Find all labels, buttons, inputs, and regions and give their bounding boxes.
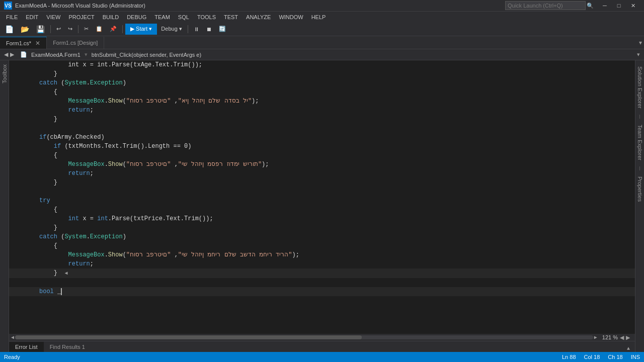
menu-edit[interactable]: EDIT	[22, 13, 42, 21]
properties-label[interactable]: Properties	[637, 172, 643, 206]
code-line	[9, 124, 635, 133]
stop-button[interactable]: ⏹	[203, 24, 215, 35]
nav-icon: 📄	[20, 51, 27, 58]
restore-button[interactable]: □	[612, 0, 626, 11]
toolbar-separator-1	[50, 25, 51, 33]
right-sidebar: Solution Explorer Team Explorer Properti…	[635, 60, 644, 352]
team-explorer-label[interactable]: Team Explorer	[637, 121, 643, 164]
menu-window[interactable]: WINDOW	[275, 13, 307, 21]
menu-file[interactable]: FILE	[2, 13, 22, 21]
menu-tools[interactable]: TOOLS	[193, 13, 220, 21]
menu-team[interactable]: TEAM	[150, 13, 174, 21]
code-line	[9, 278, 635, 287]
code-line-active[interactable]: bool _	[9, 287, 635, 296]
code-line	[9, 323, 635, 332]
pause-button[interactable]: ⏸	[191, 24, 202, 35]
zoom-increase[interactable]: ▶	[626, 334, 630, 341]
debug-dropdown[interactable]: Debug ▾	[158, 24, 185, 35]
tab-form1-design[interactable]: Form1.cs [Design]	[47, 37, 104, 49]
toolbar: 📄 📂 💾 ↩ ↪ ✂ 📋 📌 ▶ Start ▾ Debug ▾ ⏸ ⏹ 🔄	[0, 22, 644, 36]
code-line: }	[9, 223, 635, 232]
tab-list-button[interactable]: ▾	[637, 37, 644, 49]
undo-button[interactable]: ↩	[53, 24, 64, 35]
status-bar: Ready Ln 88 Col 18 Ch 18 INS	[0, 352, 644, 362]
scroll-right-button[interactable]: ▶	[593, 334, 598, 340]
search-input[interactable]	[505, 1, 586, 10]
bottom-tab-bar: Error List Find Results 1 ▲	[9, 341, 635, 352]
code-line: MessageBox.Show("תוריש ימדוז רפסמ ןיזהל …	[9, 160, 635, 169]
tab-form1-design-label: Form1.cs [Design]	[53, 40, 98, 46]
redo-button[interactable]: ↪	[65, 24, 75, 35]
save-button[interactable]: 💾	[33, 24, 48, 35]
scroll-thumb[interactable]	[15, 335, 362, 339]
main-area: Toolbox int x = int.Parse(txAge.Text.Tri…	[0, 60, 644, 352]
horizontal-scrollbar[interactable]: ◀ ▶ 121 % ◀ ▶	[9, 334, 635, 341]
code-line: if (txtMonths.Text.Trim().Length == 0)	[9, 142, 635, 151]
zoom-level: 121 %	[602, 334, 618, 340]
scroll-left-button[interactable]: ◀	[10, 334, 15, 340]
status-line: Ln 88	[562, 354, 576, 360]
zoom-decrease[interactable]: ◀	[620, 334, 624, 341]
new-project-button[interactable]: 📄	[2, 24, 17, 35]
menu-analyze[interactable]: ANALYZE	[242, 13, 275, 21]
code-line: if(cbArmy.Checked)	[9, 133, 635, 142]
toolbox-sidebar: Toolbox	[0, 60, 9, 352]
code-line	[9, 305, 635, 314]
toolbar-separator-3	[122, 25, 123, 33]
code-line: return;	[9, 169, 635, 178]
copy-button[interactable]: 📋	[93, 24, 106, 35]
code-line: catch (System.Exception)	[9, 232, 635, 241]
code-line: {	[9, 205, 635, 214]
nav-arrow-right[interactable]: ▶	[10, 51, 14, 58]
scroll-track[interactable]	[15, 335, 593, 339]
menu-sql[interactable]: SQL	[174, 13, 193, 21]
tab-find-results[interactable]: Find Results 1	[44, 342, 91, 352]
panel-expand-button[interactable]: ▲	[627, 346, 633, 352]
code-line: return;	[9, 259, 635, 268]
close-button[interactable]: ✕	[626, 0, 640, 11]
code-line: catch (System.Exception)	[9, 78, 635, 87]
tab-form1-cs-close[interactable]: ✕	[35, 40, 40, 47]
code-line: MessageBox.Show("יל בסדה שלם ןיזהל ןיא",…	[9, 97, 635, 106]
search-icon: 🔍	[587, 3, 594, 9]
menu-view[interactable]: VIEW	[42, 13, 64, 21]
code-editor[interactable]: int x = int.Parse(txAge.Text.Trim()); } …	[9, 60, 635, 334]
solution-explorer-label[interactable]: Solution Explorer	[637, 62, 643, 113]
start-button[interactable]: ▶ Start ▾	[125, 24, 157, 35]
toolbox-label[interactable]: Toolbox	[2, 60, 8, 87]
nav-method: btnSubmit_Click(object sender, EventArgs…	[92, 52, 633, 58]
window-title: ExamMoedA - Microsoft Visual Studio (Adm…	[15, 3, 145, 9]
minimize-button[interactable]: ─	[598, 0, 612, 11]
tab-bar: Form1.cs* ✕ Form1.cs [Design] ▾	[0, 36, 644, 49]
code-line: }	[9, 69, 635, 78]
code-line: int x = int.Parse(txAge.Text.Trim());	[9, 60, 635, 69]
toolbar-separator-4	[188, 25, 188, 33]
restart-button[interactable]: 🔄	[216, 24, 229, 35]
code-line: }	[9, 178, 635, 187]
code-line	[9, 296, 635, 305]
quick-launch[interactable]: 🔍	[505, 0, 594, 11]
sidebar-divider-2	[639, 166, 640, 170]
menu-test[interactable]: TEST	[220, 13, 242, 21]
menu-help[interactable]: HELP	[307, 13, 330, 21]
tab-error-list[interactable]: Error List	[9, 342, 44, 352]
nav-bar: ◀ ▶ 📄 ExamMoedA.Form1 ▾ btnSubmit_Click(…	[0, 49, 644, 60]
menu-project[interactable]: PROJECT	[64, 13, 98, 21]
tab-form1-cs[interactable]: Form1.cs* ✕	[0, 37, 47, 49]
menu-debug[interactable]: DEBUG	[123, 13, 150, 21]
code-line-cursor: } ◀	[9, 268, 635, 278]
code-line: {	[9, 87, 635, 97]
status-ch: Ch 18	[608, 354, 622, 360]
open-button[interactable]: 📂	[18, 24, 32, 35]
nav-separator: ▾	[85, 51, 88, 58]
menu-build[interactable]: BUILD	[99, 13, 123, 21]
paste-button[interactable]: 📌	[107, 24, 120, 35]
code-content[interactable]: int x = int.Parse(txAge.Text.Trim()); } …	[9, 60, 635, 334]
code-line	[9, 187, 635, 196]
cut-button[interactable]: ✂	[81, 24, 92, 35]
title-left: VS ExamMoedA - Microsoft Visual Studio (…	[4, 2, 145, 10]
code-line: try	[9, 196, 635, 205]
code-line: MessageBox.Show("הריד ריחמ הדשב שלם ריחמ…	[9, 250, 635, 259]
menu-bar: FILE EDIT VIEW PROJECT BUILD DEBUG TEAM …	[0, 11, 644, 22]
nav-arrow-left[interactable]: ◀	[4, 51, 8, 58]
